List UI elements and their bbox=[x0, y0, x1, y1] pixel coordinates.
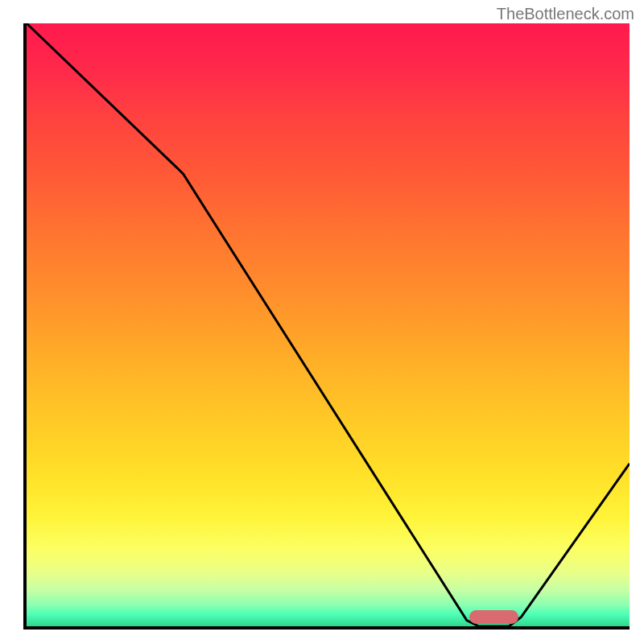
chart-curve-line bbox=[27, 23, 630, 626]
chart-plot-area bbox=[23, 23, 630, 630]
optimal-range-marker bbox=[469, 610, 518, 624]
watermark-text: TheBottleneck.com bbox=[497, 5, 634, 23]
chart-curve-svg bbox=[27, 23, 630, 626]
